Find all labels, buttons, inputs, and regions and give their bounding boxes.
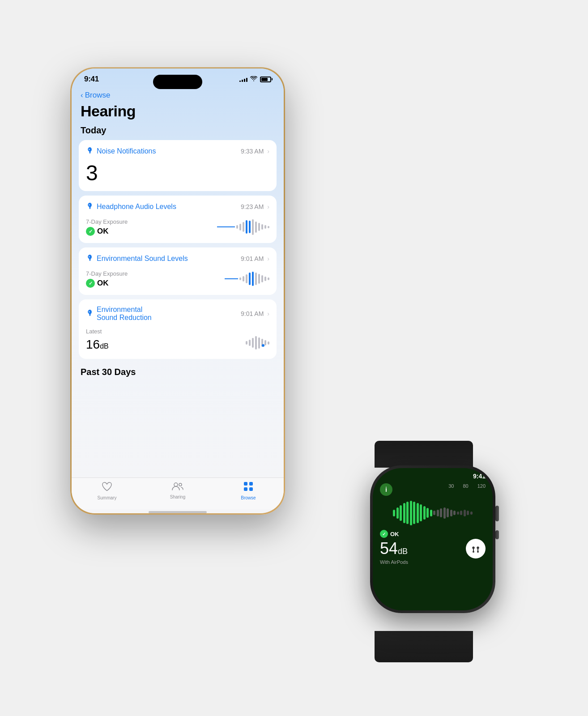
watch-waveform (380, 499, 486, 526)
watch-status-bar: 9:41 (373, 468, 493, 482)
wifi-icon (250, 76, 257, 83)
iphone-screen: 9:41 (72, 68, 284, 513)
env-sound-header: Environmental Sound Levels 9:01 AM › (79, 247, 277, 268)
env-sound-exposure-label: 7-Day Exposure (86, 270, 128, 277)
noise-time: 9:33 AM (241, 148, 264, 155)
headphone-ok-text: OK (97, 227, 109, 236)
watch-airpods-icon (466, 539, 486, 558)
env-sound-title: Environmental Sound Levels (86, 254, 188, 264)
watch-db-row: 54dB (380, 539, 486, 558)
env-sound-exposure-row: 7-Day Exposure ✓ OK (86, 270, 269, 288)
tab-bar: Summary Sharing (72, 477, 284, 509)
watch-time: 9:41 (473, 473, 486, 480)
headphone-chevron-icon: › (267, 203, 269, 210)
svg-point-2 (89, 256, 89, 257)
env-sound-ok-badge: ✓ OK (86, 279, 128, 288)
db-number: 16 (86, 337, 100, 351)
env-sound-time-group: 9:01 AM › (241, 255, 269, 262)
headphone-ear-icon (86, 202, 94, 212)
scene: 9:41 (48, 45, 540, 671)
headphone-exposure-row: 7-Day Exposure ✓ OK (86, 218, 269, 236)
env-reduction-row: Latest 16dB (86, 328, 269, 352)
env-sound-chevron-icon: › (267, 255, 269, 262)
svg-rect-8 (244, 487, 247, 491)
env-sound-ear-icon (86, 254, 94, 264)
tab-summary-label: Summary (98, 495, 117, 500)
content-area: ‹ Browse Hearing Today (72, 87, 284, 477)
headphone-body: 7-Day Exposure ✓ OK (79, 216, 277, 243)
headphone-title: Headphone Audio Levels (86, 202, 176, 212)
headphone-header: Headphone Audio Levels 9:23 AM › (79, 196, 277, 216)
headphone-label: Headphone Audio Levels (97, 203, 176, 211)
environmental-sound-card[interactable]: Environmental Sound Levels 9:01 AM › (79, 247, 277, 295)
watch-side-button (495, 530, 499, 539)
svg-point-1 (89, 205, 89, 205)
watch-screen: 9:41 i 30 80 120 (373, 468, 493, 610)
svg-point-15 (477, 551, 479, 553)
battery-icon (260, 77, 271, 82)
headphone-ok-badge: ✓ OK (86, 227, 128, 236)
ear-icon (86, 146, 94, 156)
past-30-days-header: Past 30 Days (79, 363, 277, 379)
svg-point-0 (89, 149, 89, 150)
env-sound-body: 7-Day Exposure ✓ OK (79, 268, 277, 295)
env-sound-label: Environmental Sound Levels (97, 255, 188, 263)
iphone-inner: 9:41 (72, 68, 284, 513)
tab-sharing[interactable]: Sharing (142, 482, 213, 500)
page-title: Hearing (72, 102, 284, 125)
noise-chevron-icon: › (267, 148, 269, 155)
back-label: Browse (85, 91, 111, 100)
db-unit: dB (100, 342, 109, 350)
svg-point-12 (473, 551, 474, 553)
home-indicator (149, 511, 207, 513)
watch-db-scale: 30 80 120 (448, 483, 486, 489)
browse-grid-icon (243, 482, 253, 494)
env-reduction-label: EnvironmentalSound Reduction (97, 306, 152, 322)
svg-rect-7 (249, 482, 253, 486)
back-chevron-icon: ‹ (81, 91, 83, 100)
sharing-people-icon (172, 482, 183, 493)
watch-body: 9:41 i 30 80 120 (370, 465, 495, 613)
latest-label: Latest (86, 328, 109, 335)
headphone-ok-icon: ✓ (86, 227, 95, 236)
env-reduction-title: EnvironmentalSound Reduction (86, 306, 152, 322)
svg-point-3 (89, 311, 89, 312)
svg-point-4 (174, 483, 178, 486)
summary-heart-icon (102, 482, 112, 494)
status-icons (239, 76, 271, 83)
noise-notifications-card[interactable]: Noise Notifications 9:33 AM › 3 (79, 140, 277, 191)
scale-120: 120 (477, 483, 486, 489)
svg-rect-9 (249, 487, 253, 491)
watch-info-button[interactable]: i (380, 483, 392, 496)
headphone-exposure-left: 7-Day Exposure ✓ OK (86, 218, 128, 236)
back-navigation[interactable]: ‹ Browse (72, 87, 284, 102)
env-reduction-card[interactable]: EnvironmentalSound Reduction 9:01 AM › (79, 299, 277, 359)
headphone-exposure-label: 7-Day Exposure (86, 218, 128, 225)
watch-crown (495, 506, 499, 521)
db-display: 16dB (86, 337, 109, 352)
env-reduction-time: 9:01 AM (241, 310, 264, 317)
env-sound-exposure-left: 7-Day Exposure ✓ OK (86, 270, 128, 288)
tab-sharing-label: Sharing (170, 494, 185, 499)
watch-db-unit: dB (398, 547, 408, 556)
headphone-waveform (217, 218, 269, 236)
svg-point-5 (179, 483, 182, 486)
scale-30: 30 (448, 483, 454, 489)
watch-db-display: 54dB (380, 541, 408, 557)
tab-browse-label: Browse (241, 495, 256, 500)
env-reduction-chevron-icon: › (267, 310, 269, 317)
today-section-header: Today (79, 125, 277, 136)
watch-band-top (375, 441, 473, 468)
watch-db-number: 54 (380, 539, 398, 558)
watch-info-label: i (385, 486, 387, 493)
headphone-audio-card[interactable]: Headphone Audio Levels 9:23 AM › (79, 196, 277, 243)
tab-summary[interactable]: Summary (72, 482, 142, 500)
env-sound-ok-text: OK (97, 279, 109, 288)
env-reduction-waveform (246, 334, 269, 352)
watch-band-bottom (375, 631, 473, 662)
tab-browse[interactable]: Browse (213, 482, 284, 500)
env-reduction-header: EnvironmentalSound Reduction 9:01 AM › (79, 299, 277, 326)
scroll-content: Today (72, 125, 284, 477)
watch-ok-row: ✓ OK (380, 530, 486, 538)
scale-80: 80 (463, 483, 468, 489)
